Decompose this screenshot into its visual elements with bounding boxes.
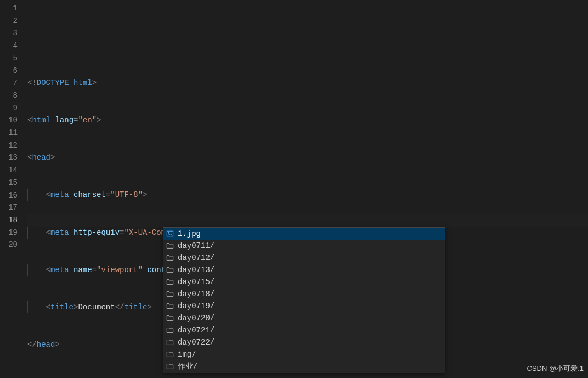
line-number: 18 — [0, 214, 18, 227]
line-number: 4 — [0, 40, 18, 52]
code-line[interactable]: <meta charset="UTF-8"> — [27, 189, 588, 201]
folder-icon — [166, 290, 174, 298]
folder-icon — [166, 302, 174, 311]
folder-icon — [166, 241, 174, 250]
svg-point-1 — [168, 232, 169, 233]
line-number: 19 — [0, 227, 18, 239]
line-number: 15 — [0, 177, 18, 189]
autocomplete-item[interactable]: day0722/ — [163, 336, 445, 348]
autocomplete-popup[interactable]: 1.jpgday0711/day0712/day0713/day0715/day… — [163, 227, 445, 373]
autocomplete-item[interactable]: day0721/ — [163, 324, 445, 336]
code-line[interactable]: <!-- — [27, 376, 588, 378]
autocomplete-item[interactable]: day0711/ — [163, 240, 445, 252]
autocomplete-item-label: img/ — [178, 350, 196, 359]
autocomplete-item[interactable]: day0713/ — [163, 264, 445, 276]
svg-rect-0 — [167, 231, 173, 236]
line-number: 8 — [0, 89, 18, 102]
folder-icon — [166, 314, 174, 323]
autocomplete-item-label: day0722/ — [178, 338, 214, 347]
autocomplete-item-label: day0712/ — [178, 253, 214, 262]
line-number: 17 — [0, 201, 18, 214]
autocomplete-item-label: day0718/ — [178, 290, 214, 298]
line-number: 6 — [0, 65, 18, 77]
autocomplete-item-label: day0719/ — [178, 302, 214, 311]
watermark: CSDN @小可爱.1 — [527, 364, 584, 374]
folder-icon — [166, 253, 174, 262]
code-line[interactable]: <head> — [27, 151, 588, 164]
line-number: 7 — [0, 77, 18, 89]
line-number: 2 — [0, 15, 18, 27]
line-number: 14 — [0, 164, 18, 177]
autocomplete-item-label: day0711/ — [178, 241, 214, 250]
line-number: 12 — [0, 139, 18, 152]
line-number: 10 — [0, 114, 18, 127]
autocomplete-item-label: day0713/ — [178, 266, 214, 274]
code-line[interactable]: <!DOCTYPE html> — [27, 77, 588, 89]
autocomplete-item-label: day0721/ — [178, 326, 214, 335]
autocomplete-item[interactable]: 1.jpg — [163, 228, 445, 240]
autocomplete-item[interactable]: day0720/ — [163, 312, 445, 324]
autocomplete-item[interactable]: 作业/ — [163, 360, 445, 373]
autocomplete-item-label: 1.jpg — [178, 229, 201, 238]
folder-icon — [166, 338, 174, 347]
line-number: 3 — [0, 27, 18, 40]
folder-icon — [166, 362, 174, 371]
autocomplete-item[interactable]: day0712/ — [163, 252, 445, 264]
autocomplete-item[interactable]: day0718/ — [163, 288, 445, 300]
autocomplete-item-label: day0720/ — [178, 314, 214, 323]
folder-icon — [166, 326, 174, 335]
image-icon — [166, 229, 174, 238]
folder-icon — [166, 350, 174, 359]
line-number: 20 — [0, 239, 18, 251]
autocomplete-item[interactable]: day0719/ — [163, 300, 445, 312]
autocomplete-item-label: day0715/ — [178, 278, 214, 286]
autocomplete-item[interactable]: day0715/ — [163, 276, 445, 288]
line-number: 13 — [0, 151, 18, 164]
line-number: 9 — [0, 102, 18, 115]
folder-icon — [166, 278, 174, 286]
code-line[interactable]: <html lang="en"> — [27, 114, 588, 127]
autocomplete-item-label: 作业/ — [178, 362, 197, 371]
autocomplete-item[interactable]: img/ — [163, 348, 445, 360]
line-number: 11 — [0, 127, 18, 139]
line-number: 16 — [0, 189, 18, 202]
line-number: 5 — [0, 52, 18, 65]
folder-icon — [166, 266, 174, 274]
line-number: 1 — [0, 2, 18, 15]
line-number-gutter: 1 2 3 4 5 6 7 8 9 10 11 12 13 14 15 16 1… — [0, 0, 27, 378]
